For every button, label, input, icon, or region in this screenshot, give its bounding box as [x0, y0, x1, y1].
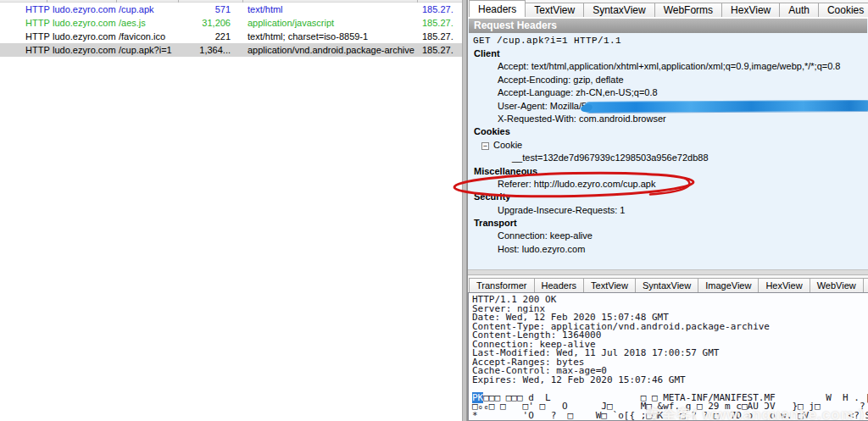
header-entry-accept[interactable]: Accept: text/html,application/xhtml+xml,… — [468, 60, 868, 73]
collapse-icon[interactable]: − — [481, 142, 489, 150]
session-col-content-type: text/html; charset=iso-8859-1 — [248, 30, 368, 43]
response-tab-headers[interactable]: Headers — [534, 278, 585, 292]
header-category-client[interactable]: Client — [468, 47, 868, 60]
session-list: HTTPludo.ezyro.com/cup.apk571text/html18… — [0, 0, 462, 421]
session-col-protocol: HTTP — [25, 16, 50, 30]
header-entry-referer[interactable]: Referer: http://ludo.ezyro.com/cup.apk — [468, 178, 868, 191]
header-entry-accept-language[interactable]: Accept-Language: zh-CN,en-US;q=0.8 — [468, 86, 868, 99]
response-tab-partial[interactable]: A — [863, 278, 868, 292]
response-binary-line: * 'O ? □ W□ `o[{ ;□□K □ ? ? □ 7D o o w. … — [472, 412, 868, 421]
request-tab-webforms[interactable]: WebForms — [654, 3, 722, 17]
session-col-content-type: text/html — [248, 3, 283, 16]
response-tab-imageview[interactable]: ImageView — [698, 278, 759, 292]
session-col-ip: 185.27. — [422, 43, 453, 57]
session-col-host: ludo.ezyro.com — [53, 43, 116, 57]
response-tab-syntaxview[interactable]: SyntaxView — [635, 278, 698, 292]
session-col-protocol: HTTP — [25, 3, 50, 16]
session-col-body-size: 221 — [171, 30, 231, 43]
session-col-ip: 185.27. — [422, 30, 453, 43]
header-entry-upgrade-insecure-requests[interactable]: Upgrade-Insecure-Requests: 1 — [468, 204, 868, 217]
response-text-view[interactable]: HTTP/1.1 200 OKServer: nginxDate: Wed, 1… — [468, 292, 868, 421]
session-row[interactable]: HTTPludo.ezyro.com/favicon.ico221text/ht… — [0, 30, 462, 43]
header-category-cookies[interactable]: Cookies — [468, 125, 868, 138]
session-col-body-size: 571 — [171, 3, 231, 16]
session-row[interactable]: HTTPludo.ezyro.com/aes.js31,206applicati… — [0, 16, 462, 30]
header-entry-host[interactable]: Host: ludo.ezyro.com — [468, 243, 868, 256]
session-col-host: ludo.ezyro.com — [53, 30, 116, 43]
session-col-content-type: application/vnd.android.package-archive — [248, 43, 415, 57]
header-entry-connection[interactable]: Connection: keep-alive — [468, 230, 868, 242]
header-category-miscellaneous[interactable]: Miscellaneous — [468, 165, 868, 178]
header-category-security[interactable]: Security — [468, 191, 868, 203]
request-tab-cookies[interactable]: Cookies — [818, 3, 868, 17]
header-entry-x-requested-with[interactable]: X-Requested-With: com.android.browser — [468, 113, 868, 125]
session-col-url: /cup.apk — [119, 3, 154, 16]
session-col-host: ludo.ezyro.com — [53, 16, 116, 30]
session-col-host: ludo.ezyro.com — [53, 3, 116, 16]
request-headers-title: Request Headers — [469, 19, 867, 33]
session-col-body-size: 1,364... — [171, 43, 231, 57]
request-tab-hexview[interactable]: HexView — [721, 3, 780, 17]
response-inspector-tabbar: TransformerHeadersTextViewSyntaxViewImag… — [468, 275, 868, 292]
request-tab-headers[interactable]: Headers — [469, 0, 526, 17]
response-tab-transformer[interactable]: Transformer — [469, 278, 535, 292]
request-tab-syntaxview[interactable]: SyntaxView — [583, 3, 654, 17]
header-category-transport[interactable]: Transport — [468, 217, 868, 230]
header-entry-__test[interactable]: __test=132de7d967939c1298503a956e72db88 — [468, 152, 868, 164]
request-tab-auth[interactable]: Auth — [779, 3, 819, 17]
request-inspector-tabbar: HeadersTextViewSyntaxViewWebFormsHexView… — [468, 0, 868, 17]
session-col-ip: 185.27. — [422, 16, 453, 30]
session-col-content-type: application/javascript — [248, 16, 334, 30]
session-col-ip: 185.27. — [422, 3, 453, 16]
session-row[interactable]: HTTPludo.ezyro.com/cup.apk?i=11,364...ap… — [0, 43, 462, 57]
request-headers-view: GET /cup.apk?i=1 HTTP/1.1 ClientAccept: … — [468, 33, 868, 269]
response-tab-webview[interactable]: WebView — [810, 278, 864, 292]
session-col-protocol: HTTP — [25, 43, 50, 57]
header-entry-accept-encoding[interactable]: Accept-Encoding: gzip, deflate — [468, 74, 868, 86]
session-row[interactable]: HTTPludo.ezyro.com/cup.apk571text/html18… — [0, 3, 462, 16]
panel-splitter-horizontal[interactable] — [468, 269, 868, 275]
session-col-protocol: HTTP — [25, 30, 50, 43]
session-col-url: /favicon.ico — [119, 30, 165, 43]
response-tab-hexview[interactable]: HexView — [758, 278, 810, 292]
request-tab-textview[interactable]: TextView — [525, 3, 584, 17]
session-col-url: /cup.apk?i=1 — [119, 43, 172, 57]
header-entry-user-agent[interactable]: User-Agent: Mozilla/5.0 (Linux; Andr — [468, 100, 868, 113]
session-col-body-size: 31,206 — [171, 16, 231, 30]
request-headers-title-label: Request Headers — [474, 19, 557, 31]
response-header-line: Expires: Wed, 12 Feb 2020 15:07:46 GMT — [472, 376, 868, 385]
blue-marker-redaction — [584, 100, 868, 113]
header-entry-cookie[interactable]: −Cookie — [468, 139, 868, 152]
fiddler-window: HTTPludo.ezyro.com/cup.apk571text/html18… — [0, 0, 868, 421]
inspector-panel: HeadersTextViewSyntaxViewWebFormsHexView… — [467, 0, 868, 421]
request-line[interactable]: GET /cup.apk?i=1 HTTP/1.1 — [468, 33, 868, 47]
session-col-url: /aes.js — [119, 16, 146, 30]
response-tab-textview[interactable]: TextView — [583, 278, 636, 292]
